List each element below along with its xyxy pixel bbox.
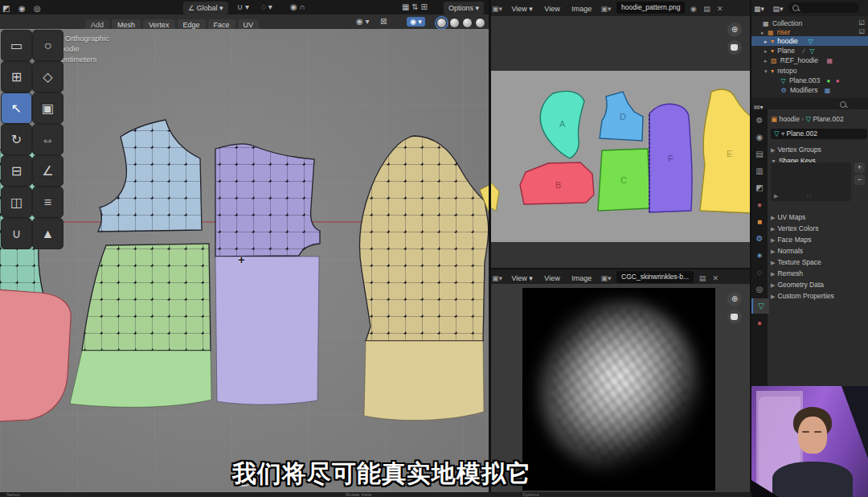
divider-viewport-editors[interactable] — [489, 0, 491, 492]
panel-vertex-colors[interactable]: ▶Vertex Colors — [771, 224, 865, 234]
tool-select-box[interactable]: ▭ — [1, 30, 32, 61]
uv-piece-D[interactable]: D — [600, 92, 643, 141]
tab-tool[interactable]: ⚙ — [751, 113, 768, 128]
piece-green-bottom[interactable] — [70, 351, 211, 407]
image-editor-bottom-header: ▣▾ View ▾ View Image ▣▾ CGC_skinwrinkles… — [490, 269, 751, 284]
tab-world[interactable]: ● — [751, 197, 768, 212]
outliner-filter-icon[interactable]: ▦▾ — [751, 2, 767, 16]
divider-editors-horizontal[interactable] — [490, 268, 751, 269]
transform-orientation-dropdown[interactable]: ∠ Global ▾ — [183, 2, 228, 14]
panel-vertex-groups[interactable]: ▶Vertex Groups — [771, 145, 865, 155]
zoom-gizmo-icon[interactable]: ⊕ — [727, 292, 742, 306]
panel-uv-maps[interactable]: ▶UV Maps — [771, 212, 865, 223]
viewport-canvas[interactable]: Front Orthographic (1) hoodie 10 Centime… — [0, 29, 490, 492]
outliner-row-ref-hoodie[interactable]: ▸ ▨ REF_hoodie ▦ — [751, 55, 868, 65]
image-browse-icon[interactable]: ▣▾ — [600, 274, 613, 282]
piece-green-top[interactable] — [82, 244, 211, 351]
tab-constraints[interactable]: ◎ — [751, 281, 768, 297]
tool-inset-faces[interactable]: ▣ — [32, 92, 63, 124]
panel-texture-space[interactable]: ▶Texture Space — [771, 257, 865, 268]
open-image-icon[interactable]: ▤ — [698, 274, 708, 282]
uv-piece-A[interactable]: A — [540, 91, 584, 158]
tab-output[interactable]: ▤ — [751, 146, 768, 162]
pan-hand-icon[interactable] — [727, 310, 742, 324]
tab-material[interactable]: ● — [751, 315, 768, 331]
panel-geometry-data[interactable]: ▶Geometry Data — [771, 280, 865, 290]
uv-piece-C[interactable]: C — [598, 149, 650, 211]
tab-view-layer[interactable]: ▥ — [751, 163, 768, 179]
gizmo-toggle-icons[interactable]: ▦ ⇅ ⊞ — [399, 0, 430, 14]
overlay-dropdown-icon[interactable]: ◉ ▾ — [354, 14, 372, 29]
panel-normals[interactable]: ▶Normals — [771, 246, 865, 257]
menu-view[interactable]: View — [540, 271, 563, 285]
tool-extrude[interactable]: ⊞ — [1, 61, 32, 92]
piece-purple-front-bottom[interactable] — [215, 257, 319, 405]
zoom-gizmo-icon[interactable]: ⊕ — [727, 23, 742, 37]
shading-mode-buttons[interactable] — [434, 15, 485, 30]
falloff-icon[interactable]: ◉ ∩ — [288, 0, 308, 14]
tab-object-data[interactable]: ▽ — [751, 298, 769, 314]
tab-physics[interactable]: ◌ — [751, 265, 768, 280]
outliner-row-hoodie[interactable]: ▸ ▾ hoodie ▽ — [751, 36, 868, 46]
tool-shrink-fatten[interactable]: ∪ — [1, 218, 32, 249]
panel-remesh[interactable]: ▶Remesh — [771, 269, 865, 279]
tool-rip-region[interactable]: ▲ — [32, 218, 63, 249]
menu-image[interactable]: Image — [567, 271, 596, 285]
remove-shape-key-button[interactable]: − — [854, 175, 865, 185]
shading-dropdown[interactable]: ◉ ▾ — [407, 17, 425, 27]
tool-spin[interactable]: ↻ — [1, 124, 32, 155]
tool-poly-build[interactable]: ◫ — [1, 187, 32, 218]
tool-cursor[interactable]: ○ — [32, 30, 63, 61]
person-shirt — [772, 462, 853, 497]
outliner-row-modifiers[interactable]: ⚙ Modifiers ▦ — [751, 85, 868, 95]
piece-tan-sleeve-bottom[interactable] — [364, 341, 484, 421]
tool-bevel[interactable]: ◇ — [32, 61, 63, 92]
mesh-datablock-selector[interactable]: ▽ ▾ Plane.002 — [771, 129, 867, 139]
outliner-row-retopo[interactable]: ▾ ▾ retopo — [751, 66, 868, 76]
outliner-display-icon[interactable]: ▤▾ — [770, 2, 785, 16]
piece-tan-sleeve-top[interactable] — [360, 136, 489, 341]
outliner-row-plane[interactable]: ▸ ▾ Plane ∕ ▽ — [751, 46, 868, 55]
xray-toggle-icon[interactable]: ⊠ — [378, 14, 389, 29]
tool-smooth[interactable]: ≡ — [32, 187, 63, 218]
tool-move[interactable]: ↖ — [1, 92, 32, 124]
panel-custom-properties[interactable]: ▶Custom Properties — [771, 291, 865, 302]
panel-face-maps[interactable]: ▶Face Maps — [771, 235, 865, 245]
editor-type-icon[interactable]: ▣▾ — [490, 274, 504, 282]
tab-modifiers[interactable]: ⚙ — [751, 231, 768, 246]
piece-red-pocket[interactable] — [0, 290, 71, 421]
outliner-header: ▦▾ ▤▾ — [751, 0, 868, 16]
shading-rendered-icon[interactable] — [475, 18, 485, 28]
shading-material-icon[interactable] — [462, 18, 473, 28]
image-name[interactable]: CGC_skinwrinkles-b... — [616, 271, 694, 283]
tab-scene[interactable]: ◩ — [751, 180, 768, 195]
proportional-editing-icon[interactable]: ◌ ▾ — [259, 0, 275, 14]
outliner-search-input[interactable] — [788, 2, 859, 13]
piece-blue-back[interactable] — [98, 120, 202, 232]
uv-piece-F[interactable]: F — [649, 104, 692, 212]
shading-solid-icon[interactable] — [449, 18, 460, 28]
options-dropdown[interactable]: Options ▾ — [444, 2, 484, 14]
snap-magnet-icon[interactable]: ∪ ▾ — [235, 0, 252, 14]
divider-editors-sidebar[interactable] — [750, 0, 751, 497]
shading-wireframe-icon[interactable] — [436, 18, 447, 28]
tool-loop-cut[interactable]: ⊟ — [1, 155, 32, 187]
outliner-row-plane003[interactable]: ▽ Plane.003 ● ● — [751, 76, 868, 85]
tab-render[interactable]: ◉ — [751, 129, 768, 145]
piece-purple-front-top[interactable] — [215, 144, 320, 257]
uv-pattern-svg: A B D C F E — [490, 0, 751, 269]
shape-keys-list[interactable]: ▶ ∷ — [771, 162, 851, 201]
uv-piece-E[interactable]: E — [700, 89, 751, 213]
pan-hand-icon[interactable] — [727, 40, 742, 55]
unlink-icon[interactable]: ✕ — [711, 274, 721, 282]
tab-object[interactable]: ■ — [751, 214, 768, 229]
tab-particles[interactable]: ∗ — [751, 248, 768, 263]
tool-edge-slide[interactable]: ⇔ — [32, 124, 63, 155]
tool-knife[interactable]: ∠ — [32, 155, 63, 187]
mode-dropdown[interactable]: View ▾ — [507, 271, 536, 285]
uv-piece-B[interactable]: B — [520, 162, 594, 204]
uv-piece-sliver[interactable] — [490, 182, 499, 211]
search-icon[interactable] — [840, 101, 846, 108]
add-shape-key-button[interactable]: + — [854, 162, 865, 173]
person-face — [798, 417, 827, 454]
